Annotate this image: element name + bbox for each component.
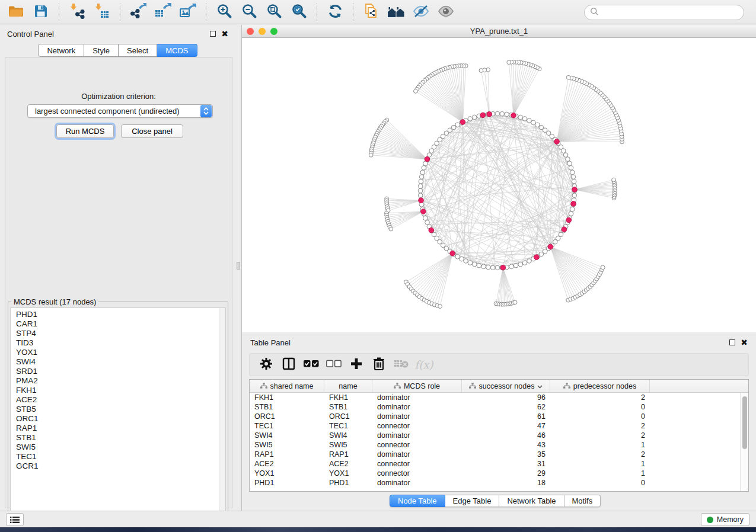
table-scrollbar-thumb[interactable] bbox=[742, 396, 747, 449]
mcds-list-scrollbar[interactable] bbox=[219, 308, 225, 515]
mcds-result-item[interactable]: FKH1 bbox=[16, 386, 225, 395]
open-file-button[interactable] bbox=[7, 3, 25, 21]
table-cell: 62 bbox=[462, 402, 550, 412]
mcds-result-item[interactable]: PHD1 bbox=[16, 310, 225, 319]
export-network-button[interactable] bbox=[129, 3, 148, 21]
criterion-select[interactable]: largest connected component (undirected) bbox=[27, 104, 213, 118]
mcds-result-item[interactable]: CAR1 bbox=[16, 319, 225, 329]
delete-table-button bbox=[393, 357, 410, 373]
table-cell: STB1 bbox=[250, 402, 324, 412]
hierarchy-icon bbox=[469, 382, 476, 390]
table-panel-float-button[interactable] bbox=[729, 339, 735, 345]
table-row[interactable]: ACE2ACE2connector311 bbox=[250, 459, 740, 469]
tab-edge-table[interactable]: Edge Table bbox=[445, 495, 500, 507]
control-panel-float-button[interactable] bbox=[210, 31, 216, 37]
mcds-result-item[interactable]: PMA2 bbox=[16, 376, 225, 386]
import-network-icon bbox=[69, 3, 85, 21]
column-header-successor-nodes[interactable]: successor nodes bbox=[462, 380, 550, 392]
table-settings-button[interactable] bbox=[257, 357, 275, 373]
select-stepper-icon bbox=[200, 105, 212, 117]
mcds-result-item[interactable]: STP4 bbox=[16, 329, 225, 338]
mcds-result-item[interactable]: SWI4 bbox=[16, 357, 225, 367]
hierarchy-icon bbox=[563, 382, 570, 390]
hide-selected-button[interactable] bbox=[412, 3, 430, 21]
network-window-titlebar[interactable]: YPA_prune.txt_1 bbox=[242, 25, 756, 38]
splitter-handle-icon[interactable] bbox=[237, 262, 240, 270]
zoom-in-button[interactable] bbox=[215, 3, 234, 21]
table-row[interactable]: TEC1TEC1connector472 bbox=[250, 421, 740, 431]
add-column-button[interactable] bbox=[347, 357, 365, 373]
mcds-result-item[interactable]: SRD1 bbox=[16, 367, 225, 376]
export-table-button[interactable] bbox=[154, 3, 173, 21]
table-row[interactable]: YOX1YOX1connector291 bbox=[250, 469, 740, 478]
mcds-result-item[interactable]: RAP1 bbox=[16, 424, 225, 433]
desktop-wallpaper bbox=[0, 527, 756, 532]
memory-button[interactable]: Memory bbox=[701, 513, 749, 526]
table-settings-icon bbox=[259, 357, 273, 373]
table-panel-close-button[interactable]: ✖ bbox=[741, 339, 748, 345]
node-table: shared namenameMCDS rolesuccessor nodesp… bbox=[249, 379, 749, 492]
delete-column-button[interactable] bbox=[370, 357, 388, 373]
table-row[interactable]: ORC1ORC1dominator610 bbox=[250, 412, 740, 421]
column-header-MCDS-role[interactable]: MCDS role bbox=[372, 380, 462, 392]
table-cell: SWI4 bbox=[324, 431, 372, 440]
run-mcds-button[interactable]: Run MCDS bbox=[56, 124, 114, 138]
refresh-layout-button[interactable] bbox=[326, 3, 344, 21]
tab-style[interactable]: Style bbox=[84, 44, 119, 57]
tab-network[interactable]: Network bbox=[38, 44, 84, 57]
network-window-title: YPA_prune.txt_1 bbox=[242, 27, 756, 36]
import-network-button[interactable] bbox=[68, 3, 87, 21]
mcds-result-item[interactable]: TEC1 bbox=[16, 452, 225, 462]
tab-network-table[interactable]: Network Table bbox=[499, 495, 564, 507]
tab-select[interactable]: Select bbox=[119, 44, 157, 57]
tab-mcds[interactable]: MCDS bbox=[157, 44, 197, 57]
mcds-result-item[interactable]: ACE2 bbox=[16, 395, 225, 405]
table-cell: 2 bbox=[550, 421, 650, 431]
export-image-button[interactable] bbox=[178, 3, 197, 21]
first-neighbors-button[interactable] bbox=[387, 3, 406, 21]
mcds-result-groupbox: MCDS result (17 nodes) PHD1CAR1STP4TID3Y… bbox=[8, 297, 228, 518]
close-panel-button[interactable]: Close panel bbox=[121, 124, 183, 138]
column-header-predecessor-nodes[interactable]: predecessor nodes bbox=[550, 380, 650, 392]
split-panel-button[interactable] bbox=[280, 357, 298, 373]
mcds-result-item[interactable]: YOX1 bbox=[16, 348, 225, 357]
zoom-out-button[interactable] bbox=[240, 3, 259, 21]
search-box[interactable] bbox=[584, 5, 744, 20]
mcds-result-item[interactable]: ORC1 bbox=[16, 414, 225, 424]
zoom-fit-button[interactable] bbox=[264, 3, 283, 21]
search-input[interactable] bbox=[599, 7, 744, 18]
tab-node-table[interactable]: Node Table bbox=[390, 495, 445, 507]
table-row[interactable]: SWI4SWI4dominator462 bbox=[250, 431, 740, 440]
table-cell: SWI4 bbox=[250, 431, 324, 440]
function-builder-icon: f(x) bbox=[415, 358, 433, 371]
status-list-button[interactable] bbox=[6, 513, 24, 526]
copy-style-button[interactable] bbox=[362, 3, 381, 21]
control-panel-close-button[interactable]: ✖ bbox=[221, 31, 228, 37]
mcds-result-item[interactable]: STB5 bbox=[16, 405, 225, 414]
table-row[interactable]: PHD1PHD1dominator180 bbox=[250, 478, 740, 488]
table-row[interactable]: SWI5SWI5connector431 bbox=[250, 440, 740, 450]
mcds-result-item[interactable]: TID3 bbox=[16, 338, 225, 348]
network-graph[interactable] bbox=[242, 38, 756, 332]
mcds-result-item[interactable]: STB1 bbox=[16, 433, 225, 443]
table-row[interactable]: FKH1FKH1dominator962 bbox=[250, 393, 740, 402]
mcds-result-item[interactable]: SWI5 bbox=[16, 443, 225, 452]
import-table-button[interactable] bbox=[92, 3, 111, 21]
table-scrollbar[interactable] bbox=[740, 393, 748, 491]
column-header-shared-name[interactable]: shared name bbox=[250, 380, 324, 392]
clear-selection-button[interactable] bbox=[325, 357, 343, 373]
select-all-rows-button[interactable] bbox=[302, 357, 320, 373]
panel-splitter[interactable] bbox=[235, 25, 242, 527]
table-cell: connector bbox=[372, 459, 462, 469]
zoom-selected-button[interactable] bbox=[289, 3, 308, 21]
save-session-button[interactable] bbox=[31, 3, 50, 21]
tab-motifs[interactable]: Motifs bbox=[564, 495, 601, 507]
mcds-result-item[interactable]: GCR1 bbox=[16, 462, 225, 471]
show-all-button[interactable] bbox=[436, 3, 455, 21]
function-builder-button: f(x) bbox=[415, 357, 433, 373]
column-header-name[interactable]: name bbox=[324, 380, 372, 392]
table-cell: 35 bbox=[462, 450, 550, 459]
table-row[interactable]: STB1STB1dominator620 bbox=[250, 402, 740, 412]
network-view-canvas[interactable] bbox=[242, 38, 756, 332]
table-row[interactable]: RAP1RAP1dominator352 bbox=[250, 450, 740, 459]
